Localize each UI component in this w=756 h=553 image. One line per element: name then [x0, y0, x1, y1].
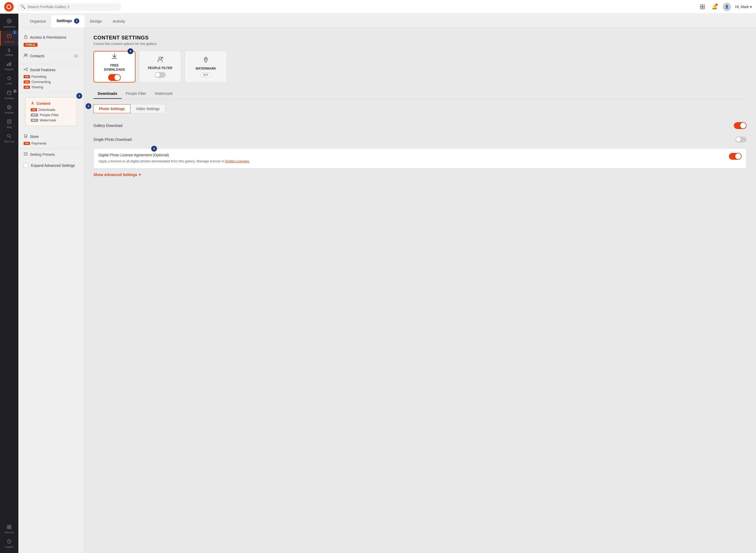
search-bar[interactable]: 🔍	[17, 3, 122, 11]
sidebar-item-website[interactable]: Website	[0, 102, 18, 116]
content-title[interactable]: Content	[31, 101, 71, 105]
store-label[interactable]: Store	[30, 135, 38, 139]
lock-icon	[24, 35, 28, 40]
svg-rect-29	[7, 525, 9, 527]
social-label[interactable]: Social Features	[30, 68, 56, 72]
expand-advanced-section: Expand Advanced Settings	[18, 160, 84, 171]
svg-point-38	[24, 54, 26, 56]
digital-licenses-link[interactable]: Digital Licenses.	[225, 159, 250, 163]
svg-rect-3	[703, 7, 704, 9]
svg-line-43	[25, 69, 26, 69]
access-title: Access & Permissions	[24, 35, 79, 40]
single-photo-toggle[interactable]	[736, 137, 747, 142]
show-advanced-label: Show Advanced Settings	[93, 173, 137, 177]
access-label[interactable]: Access & Permissions	[30, 35, 66, 40]
sidebar-item-booking[interactable]: Booking ›	[0, 88, 18, 102]
search-input[interactable]	[27, 5, 118, 9]
content-people-filter[interactable]: OFF People Filter	[31, 113, 71, 117]
license-info: Digital Photo License Agreement (Optiona…	[98, 153, 725, 164]
sidebar-item-crm[interactable]: CRM	[0, 73, 18, 88]
pv-tab-video[interactable]: Video Settings	[130, 104, 165, 113]
svg-rect-31	[7, 527, 9, 529]
sub-tab-downloads[interactable]: Downloads	[93, 89, 121, 99]
sidebar-item-support[interactable]: ? Support	[0, 537, 18, 551]
step-6-badge: 6	[151, 146, 157, 152]
watermark-off-button[interactable]: OFF	[201, 73, 211, 77]
gallery-download-row: Gallery Download	[93, 118, 747, 133]
license-card: Digital Photo License Agreement (Optiona…	[93, 148, 747, 168]
dashboard-icon	[7, 18, 12, 24]
card-watermark[interactable]: WATERMARK OFF	[185, 51, 227, 82]
card-free-downloads[interactable]: FREEDOWNLOADS	[93, 51, 135, 82]
gallery-download-toggle[interactable]	[734, 122, 747, 129]
svg-point-27	[7, 134, 10, 137]
seo-icon	[7, 134, 12, 139]
public-badge[interactable]: PUBLIC	[24, 43, 37, 47]
tab-settings[interactable]: Settings 2	[51, 15, 85, 27]
sidebar-item-selling[interactable]: $ Selling	[0, 46, 18, 59]
sub-tab-watermark[interactable]: Watermark	[151, 89, 177, 99]
expand-checkbox[interactable]	[24, 163, 28, 168]
store-payments[interactable]: ON Payments	[24, 141, 79, 145]
svg-point-41	[26, 68, 27, 69]
sidebar-item-blog[interactable]: Blog	[0, 116, 18, 131]
people-filter-icon	[157, 56, 164, 64]
license-title: Digital Photo License Agreement (Optiona…	[98, 153, 725, 157]
svg-rect-15	[10, 62, 11, 66]
sidebar-label-galleries: Galleries	[4, 40, 14, 43]
access-permissions-section: Access & Permissions PUBLIC	[18, 31, 84, 50]
social-icon	[24, 67, 28, 73]
tab-design[interactable]: Design	[85, 16, 107, 27]
show-advanced-chevron: ▾	[139, 173, 141, 177]
sidebar-item-seo-tool[interactable]: SEO Tool	[0, 131, 18, 146]
svg-rect-14	[9, 63, 9, 66]
setting-presets: Setting Presets	[18, 149, 84, 160]
svg-line-44	[25, 70, 26, 70]
social-sharing[interactable]: ON Sharing	[24, 85, 79, 89]
sidebar-item-galleries[interactable]: 1 Galleries	[0, 31, 18, 46]
sub-tab-people-filter[interactable]: People Filter	[121, 89, 151, 99]
social-commenting[interactable]: ON Commenting	[24, 80, 79, 84]
people-filter-toggle[interactable]	[155, 72, 166, 78]
grid-icon[interactable]	[698, 3, 706, 11]
card-people-filter[interactable]: PEOPLE FILTER	[139, 51, 181, 82]
booking-collapse[interactable]: ›	[13, 89, 17, 93]
tab-organize[interactable]: Organize	[25, 16, 51, 27]
user-greeting: Hi, Mark	[735, 5, 749, 9]
sidebar-item-dashboard[interactable]: Dashboard	[0, 16, 18, 31]
app-logo[interactable]	[4, 2, 14, 12]
content-downloads[interactable]: ON Downloads	[31, 108, 71, 112]
contacts-section: Contacts 1	[18, 50, 84, 64]
downloads-toggle[interactable]	[108, 74, 121, 81]
download-card-icon	[111, 53, 118, 62]
pv-tab-photo[interactable]: Photo Settings	[93, 104, 130, 113]
sidebar-item-reports[interactable]: Reports	[0, 59, 18, 73]
selling-icon: $	[8, 48, 10, 53]
license-toggle[interactable]	[729, 153, 742, 160]
booking-icon	[7, 90, 12, 96]
expand-label[interactable]: Expand Advanced Settings	[31, 163, 75, 168]
left-panel: Access & Permissions PUBLIC	[18, 27, 84, 553]
sidebar-item-addons[interactable]: Add-Ons	[0, 522, 18, 537]
topbar-right: 🔔 👤 Hi, Mark ▾	[698, 3, 752, 11]
svg-rect-0	[700, 5, 702, 7]
tab-activity[interactable]: Activity	[107, 16, 130, 27]
svg-point-5	[8, 20, 10, 22]
watermark-icon	[202, 56, 209, 65]
presets-label[interactable]: Setting Presets	[30, 152, 55, 157]
contacts-icon	[24, 53, 28, 59]
contacts-title: Contacts 1	[24, 53, 79, 59]
right-panel: CONTENT SETTINGS Control the content opt…	[84, 27, 756, 553]
svg-rect-47	[24, 153, 27, 155]
contacts-label[interactable]: Contacts	[30, 54, 44, 58]
content-watermark[interactable]: OFF Watermark	[31, 118, 71, 122]
sidebar-label-support: Support	[5, 545, 13, 548]
svg-point-45	[25, 137, 25, 138]
notification-icon[interactable]: 🔔	[711, 3, 719, 11]
social-features-section: Social Features ON Favoriting ON Comment…	[18, 64, 84, 92]
step-3-badge: 3	[76, 93, 82, 99]
show-advanced-settings[interactable]: Show Advanced Settings ▾	[93, 168, 747, 181]
user-menu[interactable]: Hi, Mark ▾	[735, 5, 752, 9]
social-favoriting[interactable]: ON Favoriting	[24, 75, 79, 79]
svg-rect-16	[7, 91, 11, 95]
